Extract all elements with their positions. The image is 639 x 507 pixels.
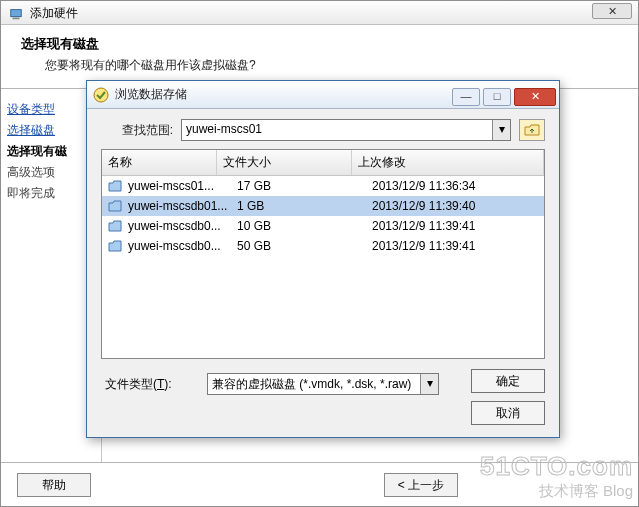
- wizard-title-text: 添加硬件: [30, 6, 78, 20]
- filter-label: 文件类型(T):: [101, 376, 207, 393]
- folder-icon: [108, 200, 122, 212]
- app-icon: [9, 7, 23, 21]
- col-size[interactable]: 文件大小: [217, 150, 352, 175]
- file-date: 2013/12/9 11:39:41: [372, 239, 544, 253]
- file-name: yuwei-mscs01...: [128, 179, 237, 193]
- dialog-title-text: 浏览数据存储: [115, 86, 187, 103]
- vsphere-icon: [93, 87, 109, 103]
- folder-icon: [108, 240, 122, 252]
- file-list-header: 名称 文件大小 上次修改: [102, 150, 544, 176]
- file-type-value: 兼容的虚拟磁盘 (*.vmdk, *.dsk, *.raw): [212, 377, 411, 391]
- step-advanced: 高级选项: [7, 162, 95, 183]
- wizard-header-title: 选择现有磁盘: [21, 35, 618, 53]
- file-name: yuwei-mscsdb01...: [128, 199, 237, 213]
- step-select-existing: 选择现有磁: [7, 141, 95, 162]
- scope-dropdown[interactable]: yuwei-mscs01 ▾: [181, 119, 511, 141]
- svg-rect-0: [11, 9, 22, 16]
- file-row[interactable]: yuwei-mscsdb01...1 GB2013/12/9 11:39:40: [102, 196, 544, 216]
- close-button[interactable]: ✕: [514, 88, 556, 106]
- col-name[interactable]: 名称: [102, 150, 217, 175]
- file-size: 10 GB: [237, 219, 372, 233]
- step-device-type[interactable]: 设备类型: [7, 99, 95, 120]
- wizard-header-desc: 您要将现有的哪个磁盘用作该虚拟磁盘?: [21, 57, 618, 74]
- cancel-button[interactable]: 取消: [471, 401, 545, 425]
- file-list: 名称 文件大小 上次修改 yuwei-mscs01...17 GB2013/12…: [101, 149, 545, 359]
- ok-button[interactable]: 确定: [471, 369, 545, 393]
- file-row[interactable]: yuwei-mscsdb0...10 GB2013/12/9 11:39:41: [102, 216, 544, 236]
- maximize-button[interactable]: □: [483, 88, 511, 106]
- file-size: 1 GB: [237, 199, 372, 213]
- scope-value: yuwei-mscs01: [186, 122, 262, 136]
- file-size: 17 GB: [237, 179, 372, 193]
- minimize-button[interactable]: —: [452, 88, 480, 106]
- folder-icon: [108, 180, 122, 192]
- help-button[interactable]: 帮助: [17, 473, 91, 497]
- back-button[interactable]: < 上一步: [384, 473, 458, 497]
- file-name: yuwei-mscsdb0...: [128, 219, 237, 233]
- up-folder-button[interactable]: [519, 119, 545, 141]
- wizard-titlebar: 添加硬件 ✕: [1, 1, 638, 25]
- browse-datastore-dialog: 浏览数据存储 — □ ✕ 查找范围: yuwei-mscs01 ▾ 名称 文件大…: [86, 80, 560, 438]
- chevron-down-icon: ▾: [420, 374, 438, 394]
- svg-point-2: [94, 88, 108, 102]
- file-row[interactable]: yuwei-mscsdb0...50 GB2013/12/9 11:39:41: [102, 236, 544, 256]
- file-date: 2013/12/9 11:39:40: [372, 199, 544, 213]
- file-type-dropdown[interactable]: 兼容的虚拟磁盘 (*.vmdk, *.dsk, *.raw) ▾: [207, 373, 439, 395]
- dialog-titlebar: 浏览数据存储 — □ ✕: [87, 81, 559, 109]
- folder-up-icon: [524, 123, 540, 137]
- svg-rect-1: [13, 17, 20, 19]
- file-size: 50 GB: [237, 239, 372, 253]
- folder-icon: [108, 220, 122, 232]
- file-date: 2013/12/9 11:36:34: [372, 179, 544, 193]
- col-date[interactable]: 上次修改: [352, 150, 544, 175]
- wizard-footer: 帮助 < 上一步: [1, 462, 638, 506]
- step-ready: 即将完成: [7, 183, 95, 204]
- scope-label: 查找范围:: [101, 122, 181, 139]
- file-date: 2013/12/9 11:39:41: [372, 219, 544, 233]
- wizard-close-button[interactable]: ✕: [592, 3, 632, 19]
- step-select-disk[interactable]: 选择磁盘: [7, 120, 95, 141]
- file-row[interactable]: yuwei-mscs01...17 GB2013/12/9 11:36:34: [102, 176, 544, 196]
- file-name: yuwei-mscsdb0...: [128, 239, 237, 253]
- chevron-down-icon: ▾: [492, 120, 510, 140]
